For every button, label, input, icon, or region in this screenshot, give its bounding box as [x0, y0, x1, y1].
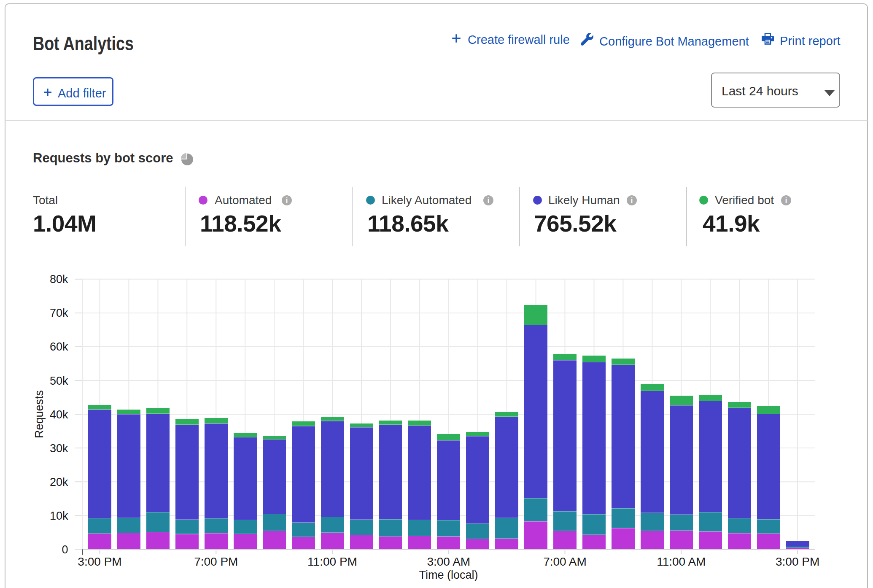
svg-text:7:00 PM: 7:00 PM — [194, 555, 238, 568]
svg-text:Time (local): Time (local) — [419, 569, 478, 581]
svg-text:10k: 10k — [50, 510, 68, 522]
svg-text:70k: 70k — [50, 307, 68, 319]
svg-text:7:00 AM: 7:00 AM — [543, 555, 587, 568]
svg-text:3:00 AM: 3:00 AM — [427, 555, 470, 568]
svg-text:11:00 AM: 11:00 AM — [657, 555, 706, 568]
svg-text:0: 0 — [62, 543, 68, 556]
svg-text:80k: 80k — [50, 273, 68, 286]
svg-text:3:00 PM: 3:00 PM — [78, 555, 121, 568]
svg-text:50k: 50k — [50, 375, 68, 387]
svg-text:60k: 60k — [50, 340, 68, 353]
svg-text:20k: 20k — [50, 476, 68, 488]
svg-text:3:00 PM: 3:00 PM — [776, 555, 819, 568]
svg-text:11:00 PM: 11:00 PM — [307, 555, 357, 568]
svg-text:30k: 30k — [50, 442, 68, 455]
svg-text:Requests: Requests — [33, 390, 46, 438]
svg-text:40k: 40k — [50, 408, 68, 421]
